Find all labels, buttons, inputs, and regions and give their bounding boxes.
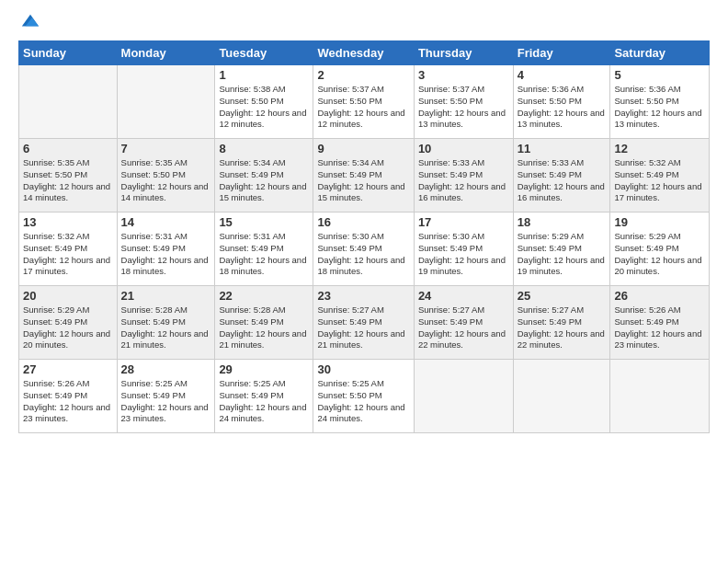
calendar-day-cell: 22Sunrise: 5:28 AM Sunset: 5:49 PM Dayli… [215,286,313,360]
day-info: Sunrise: 5:30 AM Sunset: 5:49 PM Dayligh… [418,231,509,278]
day-info: Sunrise: 5:31 AM Sunset: 5:49 PM Dayligh… [219,231,309,278]
calendar-week-row: 20Sunrise: 5:29 AM Sunset: 5:49 PM Dayli… [19,286,710,360]
day-number: 20 [23,289,113,303]
day-info: Sunrise: 5:27 AM Sunset: 5:49 PM Dayligh… [317,304,409,351]
day-number: 28 [121,362,211,376]
calendar-day-cell: 8Sunrise: 5:34 AM Sunset: 5:49 PM Daylig… [215,139,313,213]
day-info: Sunrise: 5:28 AM Sunset: 5:49 PM Dayligh… [219,304,309,351]
calendar-day-cell: 17Sunrise: 5:30 AM Sunset: 5:49 PM Dayli… [414,213,513,286]
day-info: Sunrise: 5:25 AM Sunset: 5:50 PM Dayligh… [317,378,409,425]
calendar-day-cell: 23Sunrise: 5:27 AM Sunset: 5:49 PM Dayli… [313,286,414,360]
calendar-day-cell: 20Sunrise: 5:29 AM Sunset: 5:49 PM Dayli… [19,286,118,360]
day-number: 25 [518,289,607,303]
calendar-day-cell: 25Sunrise: 5:27 AM Sunset: 5:49 PM Dayli… [513,286,610,360]
day-info: Sunrise: 5:26 AM Sunset: 5:49 PM Dayligh… [614,304,705,351]
day-info: Sunrise: 5:28 AM Sunset: 5:49 PM Dayligh… [121,304,211,351]
day-info: Sunrise: 5:37 AM Sunset: 5:50 PM Dayligh… [418,84,509,131]
weekday-header: Saturday [610,41,710,65]
day-info: Sunrise: 5:29 AM Sunset: 5:49 PM Dayligh… [23,304,113,351]
day-info: Sunrise: 5:27 AM Sunset: 5:49 PM Dayligh… [418,304,509,351]
day-number: 21 [121,289,211,303]
day-number: 5 [614,68,705,82]
day-info: Sunrise: 5:34 AM Sunset: 5:49 PM Dayligh… [317,157,409,204]
calendar-table: SundayMondayTuesdayWednesdayThursdayFrid… [18,40,710,433]
day-number: 3 [418,68,509,82]
day-info: Sunrise: 5:26 AM Sunset: 5:49 PM Dayligh… [23,378,113,425]
day-info: Sunrise: 5:31 AM Sunset: 5:49 PM Dayligh… [121,231,211,278]
day-number: 13 [23,215,113,229]
calendar-day-cell [610,360,710,433]
calendar-day-cell: 27Sunrise: 5:26 AM Sunset: 5:49 PM Dayli… [19,360,118,433]
day-number: 10 [418,142,509,155]
day-number: 1 [219,68,309,82]
weekday-header: Thursday [414,41,513,65]
day-number: 7 [121,142,211,155]
day-number: 6 [23,142,113,155]
calendar-day-cell: 14Sunrise: 5:31 AM Sunset: 5:49 PM Dayli… [117,213,215,286]
weekday-header: Tuesday [215,41,313,65]
calendar-day-cell: 19Sunrise: 5:29 AM Sunset: 5:49 PM Dayli… [610,213,710,286]
day-number: 2 [317,68,409,82]
day-number: 8 [219,142,309,155]
day-info: Sunrise: 5:25 AM Sunset: 5:49 PM Dayligh… [219,378,309,425]
day-info: Sunrise: 5:30 AM Sunset: 5:49 PM Dayligh… [317,231,409,278]
day-info: Sunrise: 5:32 AM Sunset: 5:49 PM Dayligh… [23,231,113,278]
calendar-day-cell: 30Sunrise: 5:25 AM Sunset: 5:50 PM Dayli… [313,360,414,433]
weekday-header: Friday [513,41,610,65]
day-info: Sunrise: 5:33 AM Sunset: 5:49 PM Dayligh… [418,157,509,204]
calendar-day-cell: 28Sunrise: 5:25 AM Sunset: 5:49 PM Dayli… [117,360,215,433]
day-number: 12 [614,142,705,155]
day-number: 26 [614,289,705,303]
day-number: 19 [614,215,705,229]
day-number: 16 [317,215,409,229]
calendar-day-cell [513,360,610,433]
day-number: 30 [317,362,409,376]
calendar-day-cell: 29Sunrise: 5:25 AM Sunset: 5:49 PM Dayli… [215,360,313,433]
day-info: Sunrise: 5:29 AM Sunset: 5:49 PM Dayligh… [518,231,607,278]
day-info: Sunrise: 5:35 AM Sunset: 5:50 PM Dayligh… [121,157,211,204]
calendar-day-cell: 18Sunrise: 5:29 AM Sunset: 5:49 PM Dayli… [513,213,610,286]
day-info: Sunrise: 5:33 AM Sunset: 5:49 PM Dayligh… [518,157,607,204]
calendar-day-cell [19,65,118,139]
calendar-day-cell: 1Sunrise: 5:38 AM Sunset: 5:50 PM Daylig… [215,65,313,139]
calendar-day-cell: 15Sunrise: 5:31 AM Sunset: 5:49 PM Dayli… [215,213,313,286]
day-info: Sunrise: 5:35 AM Sunset: 5:50 PM Dayligh… [23,157,113,204]
day-number: 9 [317,142,409,155]
day-number: 18 [518,215,607,229]
calendar-day-cell: 3Sunrise: 5:37 AM Sunset: 5:50 PM Daylig… [414,65,513,139]
day-number: 17 [418,215,509,229]
calendar-day-cell: 5Sunrise: 5:36 AM Sunset: 5:50 PM Daylig… [610,65,710,139]
calendar-day-cell: 21Sunrise: 5:28 AM Sunset: 5:49 PM Dayli… [117,286,215,360]
page: SundayMondayTuesdayWednesdayThursdayFrid… [0,0,728,563]
day-number: 11 [518,142,607,155]
calendar-day-cell: 9Sunrise: 5:34 AM Sunset: 5:49 PM Daylig… [313,139,414,213]
day-info: Sunrise: 5:38 AM Sunset: 5:50 PM Dayligh… [219,84,309,131]
calendar-day-cell: 10Sunrise: 5:33 AM Sunset: 5:49 PM Dayli… [414,139,513,213]
day-info: Sunrise: 5:36 AM Sunset: 5:50 PM Dayligh… [518,84,607,131]
logo [18,15,40,31]
calendar-week-row: 1Sunrise: 5:38 AM Sunset: 5:50 PM Daylig… [19,65,710,139]
day-number: 29 [219,362,309,376]
day-info: Sunrise: 5:27 AM Sunset: 5:49 PM Dayligh… [518,304,607,351]
calendar-day-cell: 13Sunrise: 5:32 AM Sunset: 5:49 PM Dayli… [19,213,118,286]
calendar-week-row: 27Sunrise: 5:26 AM Sunset: 5:49 PM Dayli… [19,360,710,433]
calendar-day-cell [414,360,513,433]
day-info: Sunrise: 5:29 AM Sunset: 5:49 PM Dayligh… [614,231,705,278]
weekday-header: Monday [117,41,215,65]
calendar-week-row: 13Sunrise: 5:32 AM Sunset: 5:49 PM Dayli… [19,213,710,286]
day-number: 24 [418,289,509,303]
calendar-week-row: 6Sunrise: 5:35 AM Sunset: 5:50 PM Daylig… [19,139,710,213]
logo-icon [20,11,40,31]
day-number: 23 [317,289,409,303]
day-info: Sunrise: 5:36 AM Sunset: 5:50 PM Dayligh… [614,84,705,131]
day-info: Sunrise: 5:32 AM Sunset: 5:49 PM Dayligh… [614,157,705,204]
day-info: Sunrise: 5:34 AM Sunset: 5:49 PM Dayligh… [219,157,309,204]
day-number: 15 [219,215,309,229]
day-info: Sunrise: 5:37 AM Sunset: 5:50 PM Dayligh… [317,84,409,131]
calendar-day-cell: 26Sunrise: 5:26 AM Sunset: 5:49 PM Dayli… [610,286,710,360]
calendar-header-row: SundayMondayTuesdayWednesdayThursdayFrid… [19,41,710,65]
calendar-day-cell: 2Sunrise: 5:37 AM Sunset: 5:50 PM Daylig… [313,65,414,139]
calendar-day-cell: 24Sunrise: 5:27 AM Sunset: 5:49 PM Dayli… [414,286,513,360]
calendar-day-cell: 12Sunrise: 5:32 AM Sunset: 5:49 PM Dayli… [610,139,710,213]
calendar-day-cell: 16Sunrise: 5:30 AM Sunset: 5:49 PM Dayli… [313,213,414,286]
